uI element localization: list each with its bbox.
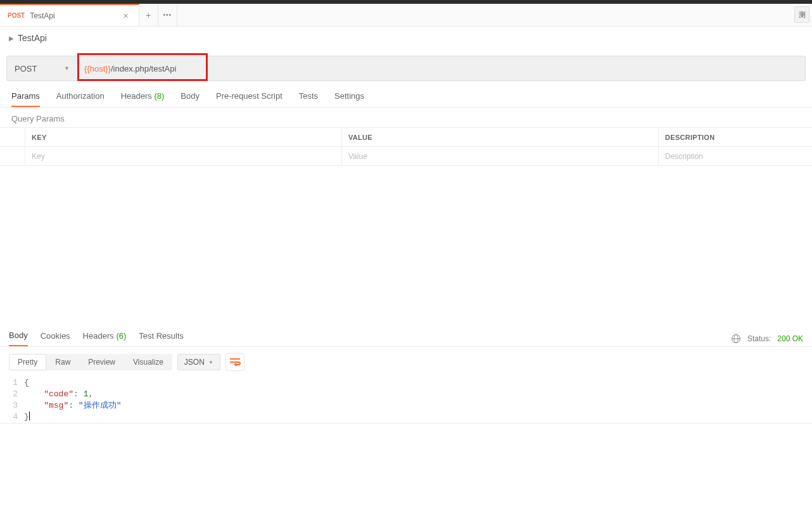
request-tabs: Params Authorization Headers (8) Body Pr… [0, 81, 812, 108]
key-input[interactable]: Key [32, 152, 45, 161]
resp-tab-headers-count: (6) [116, 331, 126, 341]
chevron-right-icon: ▶ [9, 35, 14, 42]
view-preview-button[interactable]: Preview [79, 354, 124, 370]
right-panel-button[interactable]: 测 [794, 6, 809, 23]
response-controls: Pretty Raw Preview Visualize JSON ▼ [0, 347, 812, 377]
view-mode-segment: Pretty Raw Preview Visualize [9, 354, 172, 370]
tab-headers-label: Headers [121, 91, 152, 101]
line-number: 3 [6, 400, 24, 412]
chevron-down-icon: ▼ [208, 360, 213, 365]
response-status: Status: 200 OK [731, 334, 803, 344]
tab-params[interactable]: Params [11, 91, 40, 107]
params-header-row: KEY VALUE DESCRIPTION [0, 128, 812, 147]
method-select-label: POST [15, 64, 37, 73]
line-number: 1 [6, 377, 24, 389]
desc-input[interactable]: Description [665, 152, 703, 161]
chevron-down-icon: ▼ [64, 65, 70, 72]
resp-tab-tests[interactable]: Test Results [139, 331, 184, 346]
col-value-header: VALUE [342, 128, 659, 146]
globe-icon[interactable] [731, 334, 741, 344]
view-visualize-button[interactable]: Visualize [124, 354, 172, 370]
col-desc-header: DESCRIPTION [659, 128, 812, 146]
tab-title: TestApi [30, 11, 54, 20]
tabs-row: POST TestApi × + ••• 测 [0, 4, 812, 27]
resp-tab-body[interactable]: Body [9, 330, 28, 346]
resp-tab-headers-label: Headers [83, 331, 114, 341]
breadcrumb-title: TestApi [18, 33, 47, 43]
tab-headers[interactable]: Headers (8) [121, 91, 165, 107]
breadcrumb[interactable]: ▶ TestApi [0, 27, 812, 49]
tab-headers-count: (8) [154, 91, 164, 101]
line-number: 2 [6, 389, 24, 400]
view-pretty-button[interactable]: Pretty [9, 354, 46, 370]
format-select[interactable]: JSON ▼ [177, 354, 220, 370]
view-raw-button[interactable]: Raw [46, 354, 79, 370]
params-table: KEY VALUE DESCRIPTION Key Value Descript… [0, 127, 812, 166]
tab-method-label: POST [8, 12, 25, 19]
line-number: 4 [6, 412, 24, 423]
tab-prerequest[interactable]: Pre-request Script [216, 91, 282, 107]
value-input[interactable]: Value [348, 152, 367, 161]
url-variable: {{host}} [84, 64, 111, 73]
col-key-header: KEY [25, 128, 342, 146]
request-url-row: POST ▼ {{host}}/index.php/testApi [6, 56, 806, 81]
status-label: Status: [747, 334, 771, 343]
wrap-lines-button[interactable] [225, 353, 244, 371]
tab-overflow-button[interactable]: ••• [158, 4, 177, 26]
format-select-label: JSON [184, 358, 205, 367]
method-select[interactable]: POST ▼ [6, 56, 77, 81]
response-body[interactable]: 1{ 2 "code": 1, 3 "msg": "操作成功" 4} [0, 377, 812, 424]
resp-tab-headers[interactable]: Headers (6) [83, 331, 127, 346]
tab-authorization[interactable]: Authorization [56, 91, 105, 107]
resp-tab-cookies[interactable]: Cookies [41, 331, 70, 346]
tab-settings[interactable]: Settings [334, 91, 364, 107]
tab-testapi[interactable]: POST TestApi × [0, 4, 139, 26]
tab-body[interactable]: Body [181, 91, 200, 107]
new-tab-button[interactable]: + [139, 4, 158, 26]
query-params-label: Query Params [0, 108, 812, 127]
params-input-row: Key Value Description [0, 147, 812, 166]
close-icon[interactable]: × [121, 11, 131, 20]
url-path: /index.php/testApi [111, 64, 176, 73]
tab-tests[interactable]: Tests [299, 91, 318, 107]
response-tabs: Body Cookies Headers (6) Test Results St… [0, 324, 812, 347]
url-input[interactable]: {{host}}/index.php/testApi [77, 56, 806, 81]
status-value: 200 OK [777, 334, 803, 343]
